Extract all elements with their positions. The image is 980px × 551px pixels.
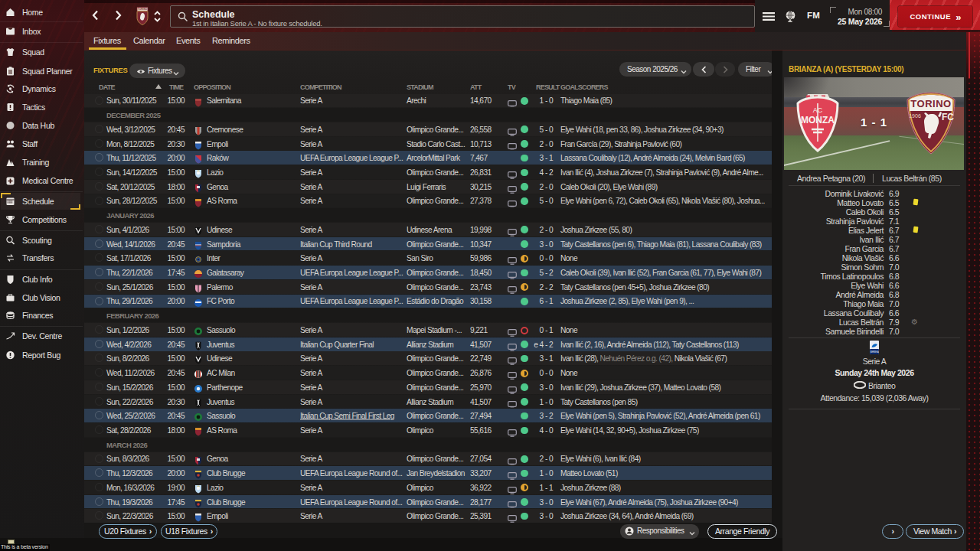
svg-text:TORINO: TORINO [138, 8, 148, 11]
svg-text:TORINO: TORINO [910, 98, 951, 109]
svg-text:SERIE A: SERIE A [870, 350, 879, 354]
